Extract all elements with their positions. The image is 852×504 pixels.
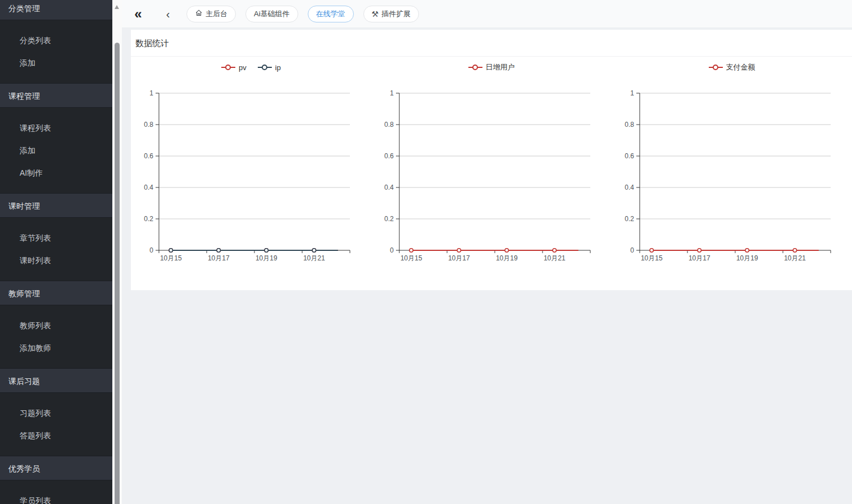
- tab-ai-base[interactable]: Ai基础组件: [245, 6, 298, 22]
- svg-text:10月21: 10月21: [544, 254, 566, 262]
- sidebar-item[interactable]: 添加: [0, 52, 112, 74]
- svg-text:10月15: 10月15: [400, 254, 422, 262]
- svg-text:10月15: 10月15: [160, 254, 182, 262]
- sidebar-item[interactable]: 学员列表: [0, 489, 112, 504]
- tab-label: 主后台: [206, 9, 227, 19]
- scrollbar-thumb[interactable]: [115, 43, 120, 504]
- legend-marker-icon: [221, 64, 235, 71]
- svg-text:0.2: 0.2: [144, 215, 153, 223]
- svg-text:0.6: 0.6: [384, 152, 394, 160]
- stats-card: 数据统计 pvip00.20.40.60.8110月1510月1710月1910…: [131, 30, 852, 290]
- legend-item[interactable]: 日增用户: [468, 62, 515, 72]
- sidebar-group-block: 教师列表添加教师: [0, 305, 112, 368]
- sidebar-item[interactable]: 习题列表: [0, 402, 112, 424]
- sidebar-scrollbar[interactable]: [112, 0, 122, 504]
- sidebar-item[interactable]: 添加教师: [0, 337, 112, 359]
- svg-text:10月21: 10月21: [784, 254, 806, 262]
- line-chart: 00.20.40.60.8110月1510月1710月1910月21: [612, 74, 852, 270]
- legend-marker-icon: [258, 64, 272, 71]
- legend-circle: [262, 65, 267, 70]
- tab-plugin[interactable]: ⚒插件扩展: [363, 6, 420, 22]
- legend-label: 日增用户: [486, 62, 515, 72]
- legend-circle: [713, 65, 718, 70]
- double-chevron-left-icon[interactable]: «: [131, 7, 145, 21]
- svg-text:10月17: 10月17: [448, 254, 470, 262]
- svg-text:1: 1: [630, 89, 634, 97]
- chevron-left-icon[interactable]: ‹: [163, 8, 173, 20]
- chart-legend: 支付金额: [612, 61, 852, 74]
- tools-icon: ⚒: [372, 10, 379, 18]
- sidebar-group-header[interactable]: 课时管理: [0, 193, 112, 218]
- sidebar-item[interactable]: AI制作: [0, 162, 112, 184]
- legend-item[interactable]: pv: [221, 63, 247, 72]
- legend-item[interactable]: ip: [258, 63, 281, 72]
- svg-text:0: 0: [149, 246, 153, 254]
- svg-text:0: 0: [630, 246, 634, 254]
- svg-text:0.8: 0.8: [144, 121, 153, 129]
- sidebar-item[interactable]: 添加: [0, 139, 112, 162]
- scroll-up-arrow-icon[interactable]: [115, 5, 119, 9]
- sidebar-group-block: 习题列表答题列表: [0, 393, 112, 456]
- charts-row: pvip00.20.40.60.8110月1510月1710月1910月21日增…: [131, 57, 852, 270]
- chart-legend: 日增用户: [371, 61, 612, 74]
- sidebar-item[interactable]: 章节列表: [0, 227, 112, 249]
- sidebar-group-block: 分类列表添加: [0, 20, 112, 83]
- svg-text:0.8: 0.8: [625, 121, 634, 129]
- tab-online-school[interactable]: 在线学堂: [308, 6, 354, 22]
- svg-text:10月15: 10月15: [641, 254, 663, 262]
- sidebar-item[interactable]: 课程列表: [0, 117, 112, 139]
- sidebar-nav: 分类管理分类列表添加课程管理课程列表添加AI制作课时管理章节列表课时列表教师管理…: [0, 0, 112, 504]
- sidebar-group-block: 学员列表: [0, 480, 112, 504]
- svg-text:0.2: 0.2: [384, 215, 394, 223]
- svg-text:0.6: 0.6: [625, 152, 634, 160]
- legend-marker-icon: [709, 64, 723, 71]
- legend-label: 支付金额: [726, 62, 755, 72]
- tab-label: 在线学堂: [316, 9, 345, 19]
- sidebar-item[interactable]: 分类列表: [0, 29, 112, 52]
- legend-item[interactable]: 支付金额: [709, 62, 755, 72]
- sidebar-group-header[interactable]: 优秀学员: [0, 456, 112, 480]
- tab-label: Ai基础组件: [254, 9, 290, 19]
- chart-panel: 日增用户00.20.40.60.8110月1510月1710月1910月21: [371, 57, 612, 270]
- sidebar-group-block: 课程列表添加AI制作: [0, 108, 112, 193]
- legend-label: ip: [275, 63, 281, 72]
- tab-home[interactable]: 主后台: [186, 6, 236, 22]
- svg-text:0.2: 0.2: [625, 215, 634, 223]
- svg-text:0: 0: [390, 246, 394, 254]
- tab-label: 插件扩展: [381, 9, 411, 19]
- sidebar-group-header[interactable]: 课后习题: [0, 368, 112, 393]
- legend-circle: [472, 65, 478, 70]
- svg-text:10月19: 10月19: [496, 254, 518, 262]
- sidebar-group-header[interactable]: 教师管理: [0, 281, 112, 305]
- main-area: « ‹ 主后台Ai基础组件在线学堂⚒插件扩展 数据统计 pvip00.20.40…: [122, 0, 852, 504]
- svg-text:0.4: 0.4: [625, 184, 634, 191]
- chart-panel: 支付金额00.20.40.60.8110月1510月1710月1910月21: [612, 57, 852, 270]
- legend-label: pv: [239, 63, 247, 72]
- legend-marker-icon: [468, 64, 482, 71]
- sidebar-item[interactable]: 答题列表: [0, 424, 112, 447]
- svg-text:10月19: 10月19: [256, 254, 277, 262]
- sidebar-group-header[interactable]: 分类管理: [0, 0, 112, 20]
- svg-text:10月17: 10月17: [208, 254, 230, 262]
- svg-text:10月19: 10月19: [736, 254, 758, 262]
- svg-text:1: 1: [149, 89, 153, 97]
- card-header: 数据统计: [131, 30, 852, 57]
- page-title: 数据统计: [135, 38, 169, 48]
- legend-circle: [225, 65, 231, 70]
- svg-text:10月17: 10月17: [689, 254, 710, 262]
- sidebar-item[interactable]: 教师列表: [0, 314, 112, 337]
- svg-text:0.4: 0.4: [384, 184, 394, 191]
- svg-text:0.6: 0.6: [144, 152, 153, 160]
- chart-legend: pvip: [131, 61, 371, 74]
- line-chart: 00.20.40.60.8110月1510月1710月1910月21: [371, 74, 612, 270]
- sidebar-group-header[interactable]: 课程管理: [0, 83, 112, 108]
- svg-text:0.4: 0.4: [144, 184, 153, 191]
- svg-text:0.8: 0.8: [384, 121, 394, 129]
- svg-text:10月21: 10月21: [303, 254, 325, 262]
- topbar: « ‹ 主后台Ai基础组件在线学堂⚒插件扩展: [122, 0, 852, 28]
- svg-text:1: 1: [390, 89, 394, 97]
- sidebar-group-block: 章节列表课时列表: [0, 218, 112, 281]
- sidebar-item[interactable]: 课时列表: [0, 249, 112, 272]
- chart-panel: pvip00.20.40.60.8110月1510月1710月1910月21: [131, 57, 371, 270]
- topbar-tabs: 主后台Ai基础组件在线学堂⚒插件扩展: [186, 6, 419, 22]
